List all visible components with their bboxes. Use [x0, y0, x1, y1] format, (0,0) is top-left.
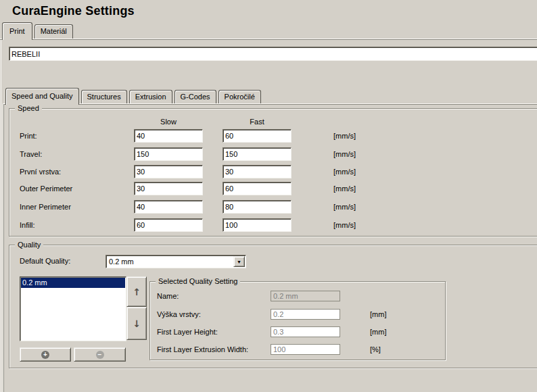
list-item-quality[interactable]: 0.2 mm — [21, 278, 125, 288]
printer-name-input[interactable] — [9, 47, 537, 61]
print-slow-input[interactable] — [134, 129, 203, 143]
infill-fast-input[interactable] — [223, 218, 291, 232]
row-label: Name: — [157, 291, 179, 302]
curaengine-settings-window: CuraEngine Settings Print Materiál Speed… — [0, 0, 537, 392]
down-arrow-icon: ↓ — [133, 318, 141, 329]
quality-name-input — [271, 291, 340, 301]
page-title: CuraEngine Settings — [12, 4, 135, 18]
plus-glyph: + — [43, 351, 47, 358]
unit-label: [mm] — [370, 326, 386, 338]
selected-quality-setting-legend: Selected Quality Setting — [156, 277, 240, 286]
infill-slow-input[interactable] — [134, 218, 203, 232]
add-quality-button[interactable]: + — [20, 347, 71, 362]
selected-quality-setting-groupbox: Selected Quality Setting Name: Výška vrs… — [149, 281, 446, 360]
travel-slow-input[interactable] — [134, 147, 203, 161]
unit-label: [mm/s] — [333, 200, 356, 214]
sqs-row-name: Name: — [150, 291, 445, 302]
speed-row-travel: Travel: [mm/s] — [9, 147, 537, 161]
inner-perimeter-fast-input[interactable] — [223, 200, 291, 214]
move-up-button[interactable]: ↑ — [126, 276, 147, 307]
main-tabstrip: Print Materiál — [2, 22, 73, 40]
up-arrow-icon: ↑ — [133, 287, 141, 297]
row-label: First Layer Height: — [157, 326, 218, 338]
inner-perimeter-slow-input[interactable] — [134, 200, 203, 214]
unit-label: [mm/s] — [333, 182, 356, 195]
unit-label: [mm/s] — [333, 218, 356, 232]
unit-label: [mm] — [370, 309, 386, 320]
tab-gcodes[interactable]: G-Codes — [174, 90, 216, 103]
speed-row-infill: Infill: [mm/s] — [9, 218, 537, 232]
unit-label: [mm/s] — [333, 165, 356, 178]
row-label: Travel: — [20, 147, 42, 161]
move-down-button[interactable]: ↓ — [126, 307, 147, 340]
print-fast-input[interactable] — [223, 129, 291, 143]
main-pane-left-edge — [1, 40, 1, 392]
travel-fast-input[interactable] — [223, 147, 291, 161]
unit-label: [mm/s] — [333, 129, 356, 143]
quality-groupbox: Quality Default Quality: 0.2 mm ▼ 0.2 mm… — [9, 245, 537, 368]
tab-extrusion[interactable]: Extrusion — [129, 90, 172, 103]
default-quality-combobox[interactable]: 0.2 mm ▼ — [106, 255, 246, 268]
outer-perimeter-fast-input[interactable] — [223, 182, 291, 195]
row-label: Výška vrstvy: — [157, 309, 201, 320]
tab-pokrocile[interactable]: Pokročilé — [218, 90, 261, 103]
speed-groupbox: Speed Slow Fast Print: [mm/s] Travel: [m… — [9, 108, 537, 237]
settings-tabstrip: Speed and Quality Structures Extrusion G… — [5, 88, 261, 105]
unit-label: [mm/s] — [333, 147, 356, 161]
outer-perimeter-slow-input[interactable] — [134, 182, 203, 195]
speed-row-outer-perimeter: Outer Perimeter [mm/s] — [9, 182, 537, 195]
row-label: Infill: — [20, 218, 35, 232]
speed-row-print: Print: [mm/s] — [9, 129, 537, 143]
unit-label: [%] — [370, 344, 381, 356]
first-layer-slow-input[interactable] — [134, 165, 203, 178]
row-label: Inner Perimeter — [20, 200, 71, 214]
quality-listbox[interactable]: 0.2 mm — [20, 276, 126, 341]
row-label: První vrstva: — [20, 165, 61, 178]
remove-quality-button[interactable]: − — [74, 347, 126, 362]
plus-icon: + — [41, 351, 49, 359]
quality-legend: Quality — [15, 241, 43, 249]
sqs-row-layer-height: Výška vrstvy: [mm] — [150, 309, 445, 320]
speed-legend: Speed — [15, 104, 42, 113]
sqs-row-first-layer-extrusion-width: First Layer Extrusion Width: [%] — [150, 344, 445, 356]
minus-icon: − — [96, 351, 104, 359]
combobox-value: 0.2 mm — [109, 255, 134, 268]
minus-glyph: − — [98, 351, 102, 358]
first-layer-extrusion-width-input — [271, 344, 340, 355]
dropdown-glyph: ▼ — [237, 260, 241, 264]
tab-speed-and-quality[interactable]: Speed and Quality — [5, 88, 79, 105]
speed-row-first-layer: První vrstva: [mm/s] — [9, 165, 537, 178]
row-label: Outer Perimeter — [20, 182, 72, 195]
speed-row-inner-perimeter: Inner Perimeter [mm/s] — [9, 200, 537, 214]
first-layer-height-input — [271, 326, 340, 337]
chevron-down-icon[interactable]: ▼ — [233, 256, 245, 267]
default-quality-label: Default Quality: — [20, 257, 70, 265]
row-label: First Layer Extrusion Width: — [157, 344, 248, 356]
column-header-slow: Slow — [134, 118, 203, 126]
tab-print[interactable]: Print — [2, 22, 32, 40]
sqs-row-first-layer-height: First Layer Height: [mm] — [150, 326, 445, 338]
main-tabstrip-edge-shadow — [0, 39, 537, 40]
first-layer-fast-input[interactable] — [223, 165, 291, 178]
column-header-fast: Fast — [223, 118, 291, 126]
layer-height-input — [271, 309, 340, 320]
tab-material[interactable]: Materiál — [34, 24, 73, 39]
tab-structures[interactable]: Structures — [81, 90, 127, 103]
row-label: Print: — [20, 129, 37, 143]
